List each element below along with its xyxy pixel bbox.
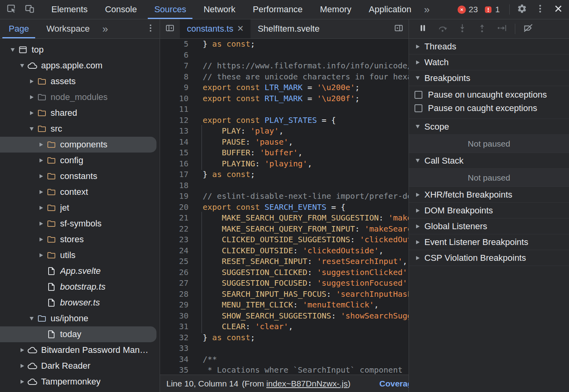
line-number[interactable]: 14 [160,137,188,148]
coverage-link[interactable]: Coverage [379,379,409,388]
line-number[interactable]: 32 [160,332,188,343]
tab-constants-ts[interactable]: constants.ts× [180,19,251,38]
chevron-right-icon[interactable] [38,236,44,243]
tree-item-sf-symbols[interactable]: sf-symbols [0,216,160,232]
chevron-right-icon[interactable] [28,94,35,100]
line-number[interactable]: 31 [160,321,188,332]
line-number[interactable]: 7 [160,60,188,72]
section-xhr-fetch-breakpoints[interactable]: XHR/fetch Breakpoints [409,187,569,203]
line-number[interactable]: 16 [160,158,188,170]
chevron-down-icon[interactable] [28,126,35,132]
deactivate-breakpoints-button[interactable] [518,19,538,38]
close-tab-icon[interactable]: × [237,23,243,34]
tree-item-shared[interactable]: shared [0,105,160,121]
tree-item-browser-ts[interactable]: browser.ts [0,295,160,311]
line-number[interactable]: 27 [160,278,188,289]
tab-shelfitem-svelte[interactable]: ShelfItem.svelte [251,19,327,38]
section-csp-violation-breakpoints[interactable]: CSP Violation Breakpoints [409,250,569,266]
pause-on-caught-exceptions-checkbox[interactable]: Pause on caught exceptions [409,102,569,115]
line-number[interactable]: 28 [160,289,188,300]
line-number[interactable]: 33 [160,343,188,354]
tab-performance[interactable]: Performance [244,0,311,19]
line-number[interactable]: 26 [160,267,188,278]
chevron-right-icon[interactable] [38,173,44,179]
tree-item-jet[interactable]: jet [0,200,160,216]
chevron-right-icon[interactable] [28,78,35,85]
navigator-more-tabs-button[interactable]: » [98,19,112,38]
toggle-debugger-button[interactable] [389,19,409,38]
tab-elements[interactable]: Elements [43,0,96,19]
line-number[interactable]: 17 [160,169,188,180]
step-over-button[interactable] [433,19,452,38]
chevron-right-icon[interactable] [19,379,25,385]
line-number[interactable]: 12 [160,115,188,126]
section-breakpoints[interactable]: Breakpoints [409,70,569,86]
line-number[interactable]: 10 [160,93,188,104]
line-number[interactable]: 13 [160,126,188,137]
line-number[interactable]: 23 [160,234,188,245]
line-number[interactable]: 34 [160,354,188,365]
line-number[interactable]: 19 [160,191,188,202]
tree-item-stores[interactable]: stores [0,232,160,247]
line-number[interactable]: 24 [160,245,188,256]
tree-item-app-svelte[interactable]: App.svelte [0,263,160,279]
tree-item-src[interactable]: src [0,121,160,137]
chevron-right-icon[interactable] [38,205,44,211]
line-number[interactable]: 18 [160,180,188,191]
chevron-down-icon[interactable] [9,47,16,53]
step-out-button[interactable] [472,19,492,38]
chevron-right-icon[interactable] [38,189,44,195]
tree-item-context[interactable]: context [0,184,160,200]
line-number[interactable]: 11 [160,104,188,115]
line-number[interactable]: 9 [160,82,188,93]
line-number[interactable]: 6 [160,50,188,61]
tab-network[interactable]: Network [195,0,244,19]
line-number[interactable]: 35 [160,365,188,375]
tab-console[interactable]: Console [96,0,146,19]
section-watch[interactable]: Watch [409,55,569,70]
tree-item-top[interactable]: top [0,42,160,58]
line-number[interactable]: 29 [160,300,188,311]
section-scope[interactable]: Scope [409,119,569,135]
more-tabs-button[interactable]: » [420,0,433,19]
section-global-listeners[interactable]: Global Listeners [409,219,569,234]
tree-item-utils[interactable]: utils [0,247,160,263]
line-number[interactable]: 8 [160,72,188,83]
pause-on-uncaught-exceptions-checkbox[interactable]: Pause on uncaught exceptions [409,88,569,102]
tab-application[interactable]: Application [360,0,420,19]
line-number[interactable]: 21 [160,213,188,224]
chevron-down-icon[interactable] [28,315,35,322]
tree-item-us-iphone[interactable]: us/iphone [0,311,160,326]
step-button[interactable] [492,19,512,38]
section-dom-breakpoints[interactable]: DOM Breakpoints [409,203,569,219]
chevron-right-icon[interactable] [19,363,25,369]
tab-sources[interactable]: Sources [145,0,195,19]
section-call-stack[interactable]: Call Stack [409,153,569,169]
navigator-menu-button[interactable] [141,19,160,38]
chevron-right-icon[interactable] [38,157,44,164]
step-into-button[interactable] [452,19,472,38]
tree-item-dark-reader[interactable]: Dark Reader [0,358,160,374]
line-number[interactable]: 22 [160,224,188,235]
line-number[interactable]: 5 [160,39,188,50]
section-event-listener-breakpoints[interactable]: Event Listener Breakpoints [409,234,569,250]
pause-button[interactable] [413,19,433,38]
tree-item-assets[interactable]: assets [0,74,160,89]
chevron-right-icon[interactable] [38,252,44,258]
tab-memory[interactable]: Memory [311,0,360,19]
tree-item-tampermonkey[interactable]: Tampermonkey [0,374,160,390]
chevron-right-icon[interactable] [28,110,35,116]
devtools-menu-button[interactable] [531,0,549,19]
line-number[interactable]: 15 [160,147,188,158]
source-map-link[interactable]: index~B87DnNzwx-.js [266,379,348,388]
chevron-right-icon[interactable] [38,141,44,148]
tree-item-constants[interactable]: constants [0,168,160,184]
close-devtools-button[interactable] [549,0,567,19]
chevron-down-icon[interactable] [19,62,25,69]
error-badge[interactable]: 23 [458,5,478,14]
checkbox-icon[interactable] [415,104,422,112]
line-number[interactable]: 25 [160,256,188,267]
code-editor[interactable]: 5} as const;67// https://www.fileformat.… [160,39,409,375]
tree-item-bitwarden-password-man[interactable]: Bitwarden Password Man… [0,342,160,358]
settings-button[interactable] [513,0,531,19]
